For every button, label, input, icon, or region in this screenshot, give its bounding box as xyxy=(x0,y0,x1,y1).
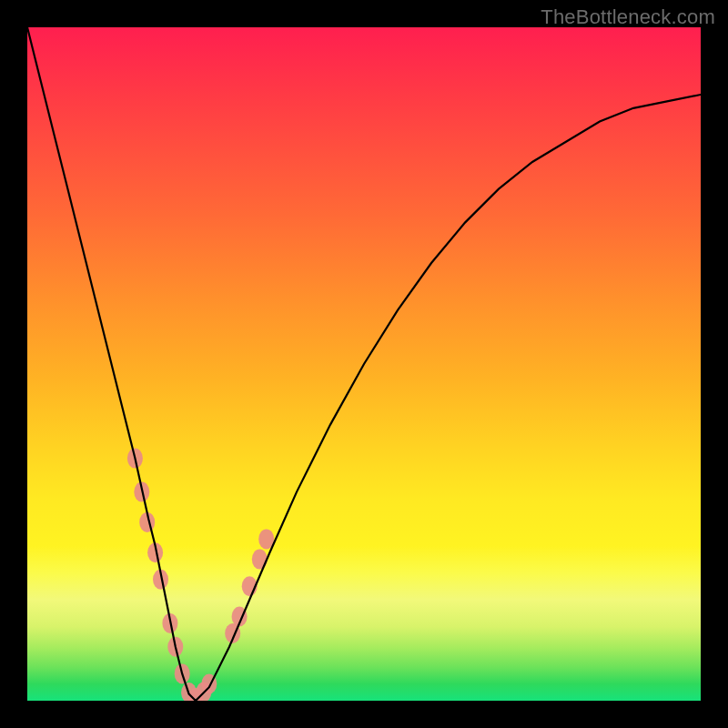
outer-frame: TheBottleneck.com xyxy=(0,0,728,728)
bottleneck-curve xyxy=(27,27,701,701)
valley-marker xyxy=(252,550,268,570)
plot-area xyxy=(27,27,701,701)
valley-markers xyxy=(127,449,274,701)
curve-layer xyxy=(27,27,701,701)
watermark-text: TheBottleneck.com xyxy=(541,5,715,29)
